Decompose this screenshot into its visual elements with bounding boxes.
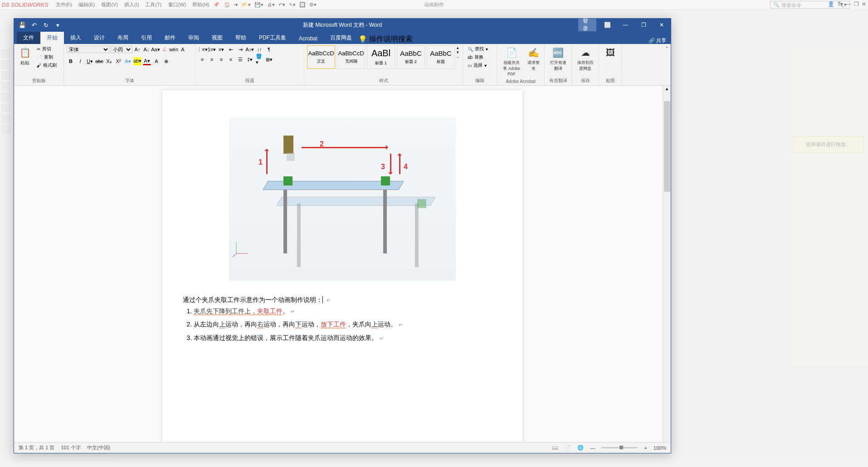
adobe-sign-button[interactable]: ✍请求签名 — [525, 45, 541, 73]
sw-minimize[interactable]: — — [846, 1, 851, 7]
indent-inc-button[interactable]: ⇥ — [236, 45, 244, 54]
sw-select-icon[interactable]: ↖▾ — [289, 2, 296, 8]
clear-format-button[interactable]: ℒ — [161, 45, 169, 54]
copy-button[interactable]: 📄复制 — [35, 54, 59, 61]
subscript-button[interactable]: X₂ — [105, 57, 113, 65]
tietu-button[interactable]: 🖼 — [602, 45, 619, 60]
status-page[interactable]: 第 1 页，共 1 页 — [19, 444, 54, 451]
multilevel-button[interactable]: ≡▾ — [217, 45, 225, 54]
style-title[interactable]: AaBbC标题 — [427, 45, 455, 69]
font-name-select[interactable]: 宋体 — [67, 46, 110, 53]
word-ribbon-display-icon[interactable]: ⬜ — [598, 19, 616, 31]
shading-button[interactable]: 🪣▾ — [255, 55, 263, 63]
char-border-button[interactable]: A — [179, 45, 187, 54]
sw-rebuild-icon[interactable]: 🔲 — [299, 2, 306, 8]
grow-font-button[interactable]: A↑ — [133, 45, 141, 54]
sw-restore[interactable]: ❐ — [854, 1, 859, 7]
sw-menu-edit[interactable]: 编辑(E) — [76, 0, 98, 9]
format-painter-button[interactable]: 🖌格式刷 — [35, 62, 59, 69]
underline-button[interactable]: U▾ — [86, 57, 94, 65]
sw-tb-icon[interactable] — [2, 60, 10, 68]
zoom-level[interactable]: 100% — [653, 445, 666, 451]
select-button[interactable]: ▭选择▾ — [466, 62, 494, 69]
paste-button[interactable]: 📋 粘贴 — [17, 45, 33, 67]
sw-save-icon[interactable]: 💾▾ — [254, 2, 263, 8]
doc-body-text[interactable]: 通过个夹爪夹取工件示意作为一个动画制作说明： ↵ 夹爪先下降到工件上，夹取工件。… — [183, 294, 502, 344]
view-read-icon[interactable]: 📖 — [552, 445, 558, 451]
word-restore[interactable]: ❐ — [634, 19, 653, 31]
tab-layout[interactable]: 布局 — [111, 32, 135, 44]
phonetic-button[interactable]: wén — [170, 45, 178, 54]
word-minimize[interactable]: — — [616, 19, 634, 31]
word-qat-more-icon[interactable]: ▾ — [54, 21, 61, 29]
show-marks-button[interactable]: ¶ — [265, 45, 273, 54]
sw-user-icon[interactable]: 👤 — [828, 1, 834, 7]
align-left-button[interactable]: ≡ — [198, 55, 206, 63]
scroll-up-icon[interactable]: ▲ — [663, 86, 671, 92]
indent-dec-button[interactable]: ⇤ — [227, 45, 235, 54]
shrink-font-button[interactable]: A↓ — [142, 45, 151, 54]
sw-tb-icon[interactable] — [2, 115, 10, 123]
tab-design[interactable]: 设计 — [88, 32, 111, 44]
status-lang[interactable]: 中文(中国) — [87, 444, 110, 451]
tab-baidu[interactable]: 百度网盘 — [324, 32, 358, 44]
sw-print-icon[interactable]: 🖨▾ — [267, 2, 275, 8]
replace-button[interactable]: ab替换 — [466, 54, 494, 61]
word-document-area[interactable]: 1 2 3 4 通过个夹爪夹取工件示意作为一个动画制作说明： ↵ 夹爪先下降到工… — [14, 86, 671, 442]
view-print-icon[interactable]: 📄 — [565, 445, 571, 451]
border-button[interactable]: ⊞▾ — [265, 55, 273, 63]
sw-menu-insert[interactable]: 插入(I) — [122, 0, 141, 9]
tab-view[interactable]: 视图 — [205, 32, 229, 44]
sw-menu-help[interactable]: 帮助(H) — [190, 0, 212, 9]
line-spacing-button[interactable]: ‡▾ — [246, 55, 254, 63]
sw-tb-icon[interactable] — [2, 49, 10, 58]
sw-menu-file[interactable]: 文件(F) — [53, 0, 75, 9]
find-button[interactable]: 🔍查找▾ — [466, 45, 494, 53]
italic-button[interactable]: I — [76, 57, 84, 65]
sw-tb-icon[interactable] — [2, 71, 10, 79]
tab-mailings[interactable]: 邮件 — [158, 32, 182, 44]
char-shading-button[interactable]: A — [152, 57, 161, 65]
bold-button[interactable]: B — [67, 57, 75, 65]
sw-close[interactable]: ✕ — [862, 1, 866, 7]
tab-insert[interactable]: 插入 — [64, 32, 88, 44]
tab-home[interactable]: 开始 — [40, 32, 64, 44]
superscript-button[interactable]: X² — [114, 57, 122, 65]
text-effect-button[interactable]: A▾ — [124, 57, 132, 65]
sw-tb-icon[interactable] — [2, 82, 10, 90]
youdao-button[interactable]: 🔤打开有道翻译 — [547, 45, 569, 73]
tab-help[interactable]: 帮助 — [229, 32, 253, 44]
sw-new-icon[interactable]: ▫▾ — [234, 2, 239, 8]
sw-undo-icon[interactable]: ↶▾ — [278, 2, 285, 8]
doc-inline-image[interactable]: 1 2 3 4 — [229, 117, 456, 281]
sw-help-icon[interactable]: ?▾ — [837, 1, 843, 7]
font-size-select[interactable]: 小四 — [111, 46, 132, 53]
view-web-icon[interactable]: 🌐 — [577, 445, 584, 451]
zoom-out-button[interactable]: — — [590, 445, 595, 451]
status-words[interactable]: 101 个字 — [61, 444, 80, 451]
font-color-button[interactable]: A▾ — [143, 57, 151, 65]
style-nospacing[interactable]: AaBbCcD无间隔 — [337, 45, 365, 69]
sort-button[interactable]: ↓↑ — [255, 45, 263, 54]
tell-me-search[interactable]: 💡 操作说明搜索 — [358, 34, 413, 44]
zoom-in-button[interactable]: + — [644, 445, 647, 451]
tab-file[interactable]: 文件 — [17, 32, 40, 44]
align-right-button[interactable]: ≡ — [217, 55, 225, 63]
enclose-button[interactable]: ⊕ — [162, 57, 170, 65]
sw-menu-view[interactable]: 视图(V) — [98, 0, 121, 9]
bullets-button[interactable]: ⋮≡▾ — [198, 45, 206, 54]
sw-tb-icon[interactable] — [2, 126, 10, 134]
numbering-button[interactable]: 1≡▾ — [208, 45, 216, 54]
style-normal[interactable]: AaBbCcD正文 — [307, 45, 335, 69]
sw-menu-window[interactable]: 窗口(W) — [166, 0, 189, 9]
tab-pdf-tools[interactable]: PDF工具集 — [253, 32, 293, 44]
tab-references[interactable]: 引用 — [135, 32, 158, 44]
word-login-button[interactable]: 登录 — [578, 19, 596, 31]
sw-menu-pin-icon[interactable]: 📌 — [213, 2, 219, 8]
sw-menu-tools[interactable]: 工具(T) — [142, 0, 164, 9]
word-undo-icon[interactable]: ↶ — [30, 21, 38, 29]
sw-options-icon[interactable]: ⚙▾ — [309, 2, 317, 8]
style-heading2[interactable]: AaBbC标题 2 — [397, 45, 425, 69]
change-case-button[interactable]: Aa▾ — [151, 45, 160, 54]
align-justify-button[interactable]: ≡ — [227, 55, 235, 63]
